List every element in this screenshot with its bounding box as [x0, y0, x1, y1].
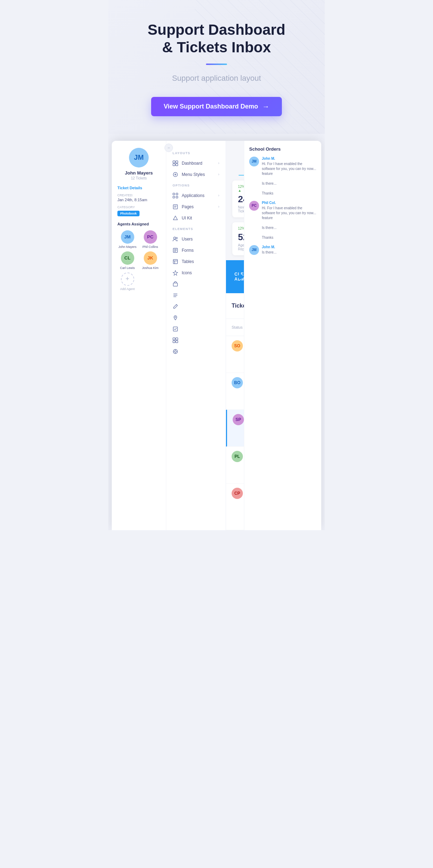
dashboard-chevron: ›	[218, 161, 219, 165]
chat-message-2: JM John M. Is there...	[249, 245, 316, 255]
agent-avatar-joshua: JK	[144, 251, 157, 265]
chat-message-0: JM John M. Hi. For I have enabled the so…	[249, 157, 316, 196]
ui-kit-icon	[173, 215, 178, 221]
chat-sender-1: Phil Col.	[262, 201, 316, 205]
ticket-item-2[interactable]: SP Restaurants Settings page is not work…	[226, 410, 244, 447]
edit-icon	[173, 304, 178, 309]
svg-rect-14	[173, 283, 177, 286]
category-badge: Photobook	[117, 211, 140, 216]
svg-rect-9	[173, 205, 177, 209]
sidebar-item-pages[interactable]: Pages ›	[166, 201, 226, 212]
sidebar-item-extra2[interactable]	[166, 290, 226, 301]
sidebar-users-label: Users	[182, 237, 193, 242]
stat-agent-replies: 12% ▲ 52 Agent Replies	[232, 222, 244, 255]
hero-arrow-icon: →	[262, 103, 269, 111]
checklist-icon	[173, 326, 178, 332]
agent-item-carl[interactable]: CL Carl Lewis	[117, 251, 137, 270]
chat-panel-inner: School Orders JM John M. Hi. For I have …	[244, 141, 321, 265]
menu-styles-icon	[173, 172, 178, 177]
svg-rect-1	[176, 161, 178, 163]
sidebar: LAYOUTS Dashboard › Menu Styles ›	[166, 141, 226, 530]
sidebar-item-menu-styles[interactable]: Menu Styles ›	[166, 169, 226, 180]
agent-replies-change: 12% ▲	[238, 226, 244, 230]
agent-replies-label: Agent Replies	[238, 243, 244, 251]
ticket-avatar-3: PL	[232, 451, 243, 462]
status-filter-label: Status	[232, 325, 243, 329]
sidebar-forms-label: Forms	[182, 248, 194, 253]
agent-replies-number: 52	[238, 232, 244, 243]
sidebar-item-icons[interactable]: Icons	[166, 267, 226, 278]
box-icon	[173, 281, 178, 287]
minimize-button[interactable]: −	[164, 144, 173, 152]
sidebar-item-users[interactable]: Users	[166, 234, 226, 245]
main-content: Support Service Dashboard 12% ▲ 24 New T…	[226, 141, 244, 530]
hero-cta-button[interactable]: View Support Dashboard Demo →	[151, 97, 282, 116]
applications-chevron: ›	[218, 193, 219, 197]
location-icon	[173, 315, 178, 321]
right-panel: School Orders JM John M. Hi. For I have …	[244, 141, 321, 530]
agent-avatar-carl: CL	[121, 251, 134, 265]
dashboard-header-title: Support Service Dashboard	[239, 151, 244, 176]
sidebar-layouts-label: LAYOUTS	[166, 151, 226, 155]
stats-row-2: 12% ▲ 52 Agent Replies 12% ▼ 7 New Repli…	[226, 222, 244, 260]
pages-chevron: ›	[218, 205, 219, 209]
svg-rect-6	[176, 193, 178, 195]
new-tickets-change: 12% ▲	[238, 185, 244, 192]
ticket-avatar-1: BO	[232, 377, 243, 388]
applications-icon	[173, 193, 178, 198]
agent-name-carl: Carl Lewis	[120, 266, 135, 270]
chat-sender-0: John M.	[262, 157, 316, 160]
chat-text-1: Hi. For I have enabled the software for …	[262, 206, 316, 240]
svg-point-11	[176, 237, 177, 239]
svg-rect-19	[173, 341, 175, 343]
ticket-item-1[interactable]: BO Cafe Bug on package opening I have en…	[226, 373, 244, 410]
hero-divider	[206, 64, 227, 65]
hero-section: Support Dashboard & Tickets Inbox Suppor…	[108, 0, 325, 134]
sidebar-item-extra5[interactable]	[166, 323, 226, 335]
sidebar-item-applications[interactable]: Applications ›	[166, 190, 226, 201]
support-icon	[173, 349, 178, 354]
sidebar-item-forms[interactable]: Forms	[166, 245, 226, 256]
sidebar-item-extra7[interactable]	[166, 346, 226, 357]
dashboard-preview-section: − JM John Mayers 12 Tickets Ticket Detai…	[108, 134, 325, 530]
chat-message-1: PC Phil Col. Hi. For I have enabled the …	[249, 201, 316, 240]
add-agent-button[interactable]: + Add Agent	[117, 272, 137, 291]
sidebar-menu-styles-label: Menu Styles	[182, 172, 205, 177]
preview-window: − JM John Mayers 12 Tickets Ticket Detai…	[112, 141, 321, 530]
ticket-item-4[interactable]: CP Groceries Change payment information …	[226, 484, 244, 530]
menu-styles-chevron: ›	[218, 172, 219, 176]
detail-panel: − JM John Mayers 12 Tickets Ticket Detai…	[112, 141, 166, 530]
svg-rect-0	[173, 161, 175, 163]
sidebar-item-extra6[interactable]	[166, 335, 226, 346]
ticket-details-title: Ticket Details	[117, 186, 160, 190]
agent-item-john[interactable]: JM John Mayers	[117, 230, 137, 249]
sidebar-pages-label: Pages	[182, 204, 194, 209]
svg-point-10	[174, 237, 176, 239]
stat-new-tickets: 12% ▲ 24 New Tickets	[232, 180, 244, 217]
icons-sidebar-icon	[173, 270, 178, 276]
sidebar-icons-label: Icons	[182, 270, 192, 275]
ticket-avatar-2: SP	[233, 414, 244, 425]
sidebar-item-dashboard[interactable]: Dashboard ›	[166, 158, 226, 169]
forms-icon	[173, 248, 178, 253]
created-value: Jan 24th, 8:15am	[117, 198, 160, 202]
tickets-title: Tickets	[232, 303, 244, 309]
sidebar-item-extra4[interactable]	[166, 312, 226, 323]
sidebar-item-tables[interactable]: Tables	[166, 256, 226, 267]
agent-item-joshua[interactable]: JK Joshua Kim	[140, 251, 160, 270]
ticket-item-0[interactable]: SO Shopping School Orders I have enabled…	[226, 336, 244, 373]
chat-title: School Orders	[249, 146, 316, 152]
sidebar-applications-label: Applications	[182, 193, 205, 198]
ticket-avatar-4: CP	[232, 488, 243, 499]
sidebar-item-extra1[interactable]	[166, 278, 226, 290]
tables-icon	[173, 259, 178, 264]
sidebar-item-ui-kit[interactable]: UI Kit	[166, 212, 226, 224]
add-agent-icon: +	[121, 272, 134, 286]
agent-item-phil[interactable]: PC Phil Collins	[140, 230, 160, 249]
stats-row-1: 12% ▲ 24 New Tickets 12% ▲ 12 Closed Tod…	[226, 176, 244, 222]
ticket-avatar-0: SO	[232, 340, 243, 351]
svg-rect-18	[176, 338, 178, 340]
ticket-item-3[interactable]: PL Shopping Portfolio layout broken, hel…	[226, 447, 244, 484]
sidebar-item-extra3[interactable]	[166, 301, 226, 312]
category-label: Category	[117, 205, 160, 209]
